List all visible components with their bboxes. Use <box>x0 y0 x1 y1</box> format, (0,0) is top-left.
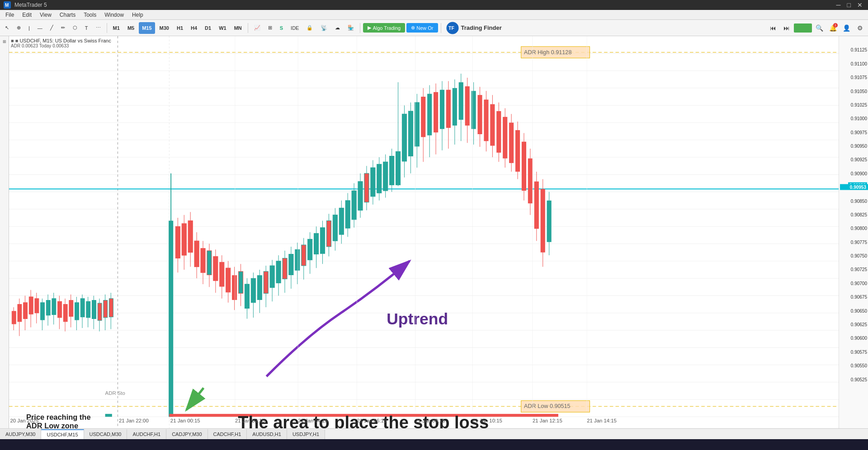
new-order-btn[interactable]: ⊕ New Or <box>406 23 438 33</box>
svg-rect-49 <box>58 301 62 318</box>
svg-text:21 Jan 00:15: 21 Jan 00:15 <box>170 418 200 423</box>
menu-tools[interactable]: Tools <box>80 11 100 19</box>
svg-rect-184 <box>528 159 533 204</box>
chart-type-btn[interactable]: 📈 <box>251 22 264 34</box>
svg-text:21 Jan 08:15: 21 Jan 08:15 <box>415 418 445 423</box>
svg-rect-130 <box>358 182 363 211</box>
menu-window[interactable]: Window <box>101 11 127 19</box>
scroll-left-btn[interactable]: ⏮ <box>767 22 779 34</box>
current-price-display: 0.90953 <box>840 184 868 190</box>
price-label-8: 0.90925 <box>851 157 867 162</box>
price-label-12: 0.90825 <box>851 212 867 217</box>
price-axis: 0.91125 0.91100 0.91075 0.91050 0.91025 … <box>839 36 868 428</box>
svg-text:21 Jan 10:15: 21 Jan 10:15 <box>472 418 502 423</box>
smart-trader-btn[interactable]: S <box>277 22 286 34</box>
settings-btn[interactable]: ⚙ <box>854 22 866 34</box>
maximize-btn[interactable]: □ <box>845 1 853 9</box>
text-tool[interactable]: T <box>82 22 91 34</box>
shapes-tool[interactable]: ⬡ <box>70 22 80 34</box>
svg-rect-154 <box>434 92 438 132</box>
svg-rect-86 <box>220 262 224 286</box>
svg-rect-92 <box>238 272 243 294</box>
svg-rect-186 <box>534 182 539 229</box>
draw-icon: ✏ <box>61 25 65 31</box>
tf-m1[interactable]: M1 <box>110 22 123 34</box>
minimize-btn[interactable]: ─ <box>835 1 843 9</box>
svg-rect-146 <box>408 111 413 156</box>
close-btn[interactable]: ✕ <box>855 1 864 9</box>
svg-rect-72 <box>175 226 180 258</box>
cursor-icon: ↖ <box>5 25 9 31</box>
crosshair-tool[interactable]: ⊕ <box>14 22 24 34</box>
svg-text:21 Jan 06:15: 21 Jan 06:15 <box>357 418 387 423</box>
draw-tool[interactable]: ✏ <box>58 22 68 34</box>
tf-m15[interactable]: M15 <box>139 22 155 34</box>
indicator-btn[interactable]: ⊞ <box>265 22 275 34</box>
svg-rect-140 <box>390 156 394 185</box>
svg-rect-164 <box>465 86 470 126</box>
svg-text:ADR High  0.91128: ADR High 0.91128 <box>524 49 571 56</box>
svg-text:ADR Low  0.90515: ADR Low 0.90515 <box>524 403 571 409</box>
tab-audjpy[interactable]: AUDJPY,M30 <box>0 429 41 439</box>
svg-rect-150 <box>421 97 425 137</box>
tf-h1[interactable]: H1 <box>174 22 186 34</box>
cloud-btn[interactable]: ☁ <box>332 22 343 34</box>
svg-rect-37 <box>24 303 28 319</box>
tf-h4[interactable]: H4 <box>188 22 200 34</box>
scroll-right-btn[interactable]: ⏭ <box>780 22 793 34</box>
notification-btn[interactable]: 🔔 1 <box>826 22 839 34</box>
svg-rect-136 <box>377 164 382 193</box>
tf-mn[interactable]: MN <box>231 22 245 34</box>
tf-m30[interactable]: M30 <box>156 22 172 34</box>
svg-rect-166 <box>472 91 476 129</box>
chart-main[interactable]: ■ ■ USDCHF, M15: US Dollar vs Swiss Fran… <box>9 36 839 428</box>
account-btn[interactable]: 👤 <box>840 22 853 34</box>
zoom-btn[interactable]: 🔍 <box>813 22 826 34</box>
menu-edit[interactable]: Edit <box>19 11 35 19</box>
price-label-21: 0.90600 <box>851 336 867 341</box>
trend-line-tool[interactable]: ╱ <box>47 22 57 34</box>
notif-badge: 1 <box>833 23 838 28</box>
tab-usdchf[interactable]: USDCHF,M15 <box>41 429 84 439</box>
lock-btn[interactable]: 🔒 <box>303 22 316 34</box>
svg-rect-160 <box>453 88 457 126</box>
sep4 <box>441 23 441 33</box>
svg-text:M: M <box>5 3 9 8</box>
algo-trading-btn[interactable]: ▶ Algo Trading <box>363 23 405 33</box>
play-icon: ▶ <box>368 25 371 31</box>
more-tools[interactable]: ⋯ <box>93 22 104 34</box>
tab-audchf[interactable]: AUDCHF,H1 <box>127 429 166 439</box>
svg-rect-158 <box>446 90 451 128</box>
tf-d1[interactable]: D1 <box>202 22 214 34</box>
vertical-line-tool[interactable]: | <box>25 22 33 34</box>
tf-m5[interactable]: M5 <box>124 22 137 34</box>
price-label-0: 0.91125 <box>851 47 867 52</box>
menu-file[interactable]: File <box>2 11 18 19</box>
toolbar: ↖ ⊕ | — ╱ ✏ ⬡ T ⋯ M1 M5 M15 M30 H1 H4 D1… <box>0 20 868 36</box>
price-label-9: 0.90900 <box>851 171 867 176</box>
svg-rect-76 <box>188 220 193 252</box>
svg-rect-126 <box>345 201 350 228</box>
ide-btn[interactable]: IDE <box>288 22 302 34</box>
tab-usdcad[interactable]: USDCAD,M30 <box>84 429 127 439</box>
menu-help[interactable]: Help <box>128 11 147 19</box>
title-controls[interactable]: ─ □ ✕ <box>835 1 864 9</box>
market-btn[interactable]: 🏪 <box>344 22 357 34</box>
cursor-tool[interactable]: ↖ <box>2 22 12 34</box>
svg-rect-124 <box>339 208 344 234</box>
signals-btn[interactable]: 📡 <box>317 22 330 34</box>
tab-audusd[interactable]: AUDUSD,H1 <box>247 429 287 439</box>
tab-usdjpy[interactable]: USDJPY,H1 <box>287 429 325 439</box>
ide-icon: IDE <box>291 25 299 31</box>
price-label-7: 0.90950 <box>851 144 867 149</box>
price-label-6: 0.90975 <box>851 130 867 135</box>
menu-view[interactable]: View <box>36 11 55 19</box>
tab-cadchf[interactable]: CADCHF,H1 <box>208 429 247 439</box>
svg-rect-106 <box>283 258 287 279</box>
horizontal-line-tool[interactable]: — <box>34 22 46 34</box>
svg-text:21 Jan 22:00: 21 Jan 22:00 <box>119 418 149 423</box>
tab-cadjpy[interactable]: CADJPY,M30 <box>166 429 208 439</box>
tf-w1[interactable]: W1 <box>216 22 230 34</box>
menu-charts[interactable]: Charts <box>56 11 79 19</box>
chart-shift-btn[interactable]: ⊞ <box>0 38 9 45</box>
